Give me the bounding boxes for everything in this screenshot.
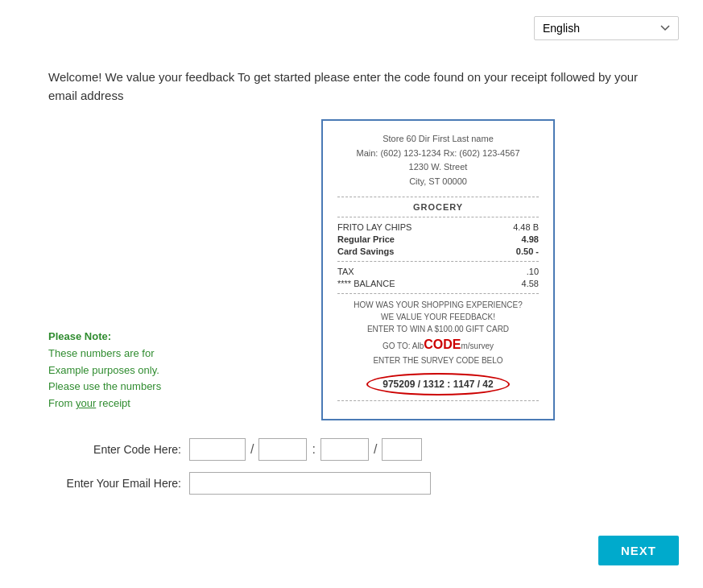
separator-2: :	[310, 442, 316, 457]
receipt-card-savings: 0.50 -	[516, 246, 539, 256]
language-select[interactable]: English Spanish French	[534, 16, 679, 40]
code-form-row: Enter Code Here: / : /	[48, 438, 679, 461]
form-area: Enter Code Here: / : / Enter Your Email …	[48, 438, 679, 495]
code-inputs: / : /	[189, 438, 422, 461]
receipt-regular-price-label: Regular Price	[337, 234, 395, 244]
receipt-survey-line3: ENTER TO WIN A $100.00 GIFT CARD	[337, 323, 539, 335]
receipt: Store 60 Dir First Last name Main: (602)…	[321, 119, 555, 420]
receipt-code-highlight: CODE	[424, 337, 461, 351]
separator-1: /	[249, 442, 255, 457]
language-selector-wrapper: English Spanish French	[534, 16, 679, 40]
next-button[interactable]: NEXT	[598, 536, 679, 565]
receipt-store-name: Store 60 Dir First Last name	[337, 132, 539, 147]
receipt-divider-5	[337, 400, 539, 401]
email-form-row: Enter Your Email Here:	[48, 472, 679, 495]
receipt-survey-line1: HOW WAS YOUR SHOPPING EXPERIENCE?	[337, 299, 539, 311]
receipt-balance-row: **** BALANCE 4.58	[337, 279, 539, 288]
receipt-phone: Main: (602) 123-1234 Rx: (602) 123-4567	[337, 147, 539, 161]
page-wrapper: English Spanish French Welcome! We value…	[0, 0, 703, 588]
email-input[interactable]	[189, 472, 431, 495]
receipt-survey-text: HOW WAS YOUR SHOPPING EXPERIENCE? WE VAL…	[337, 299, 539, 366]
note-line4-suffix: receipt	[96, 397, 130, 409]
note-line4: From your receipt	[48, 395, 197, 412]
code-input-2[interactable]	[258, 438, 307, 461]
receipt-survey-line4-prefix: GO TO: Alb	[383, 342, 424, 350]
receipt-survey-line2: WE VALUE YOUR FEEDBACK!	[337, 311, 539, 323]
note-title: Please Note:	[48, 329, 197, 346]
note-line2: Example purposes only.	[48, 362, 197, 379]
note-line1: These numbers are for	[48, 346, 197, 362]
welcome-text: Welcome! We value your feedback To get s…	[48, 68, 652, 105]
receipt-survey-line4: GO TO: AlbCODEm/survey	[337, 335, 539, 354]
receipt-item-row: FRITO LAY CHIPS 4.48 B	[337, 222, 539, 232]
receipt-survey-line4-suffix: m/survey	[461, 342, 494, 350]
receipt-regular-price-row: Regular Price 4.98	[337, 234, 539, 244]
receipt-address: 1230 W. Street	[337, 160, 539, 175]
note-box: Please Note: These numbers are for Examp…	[48, 119, 197, 412]
receipt-item-name: FRITO LAY CHIPS	[337, 222, 411, 232]
receipt-item-price: 4.48 B	[513, 222, 539, 232]
receipt-divider-3	[337, 261, 539, 262]
receipt-regular-price: 4.98	[522, 234, 539, 244]
code-input-1[interactable]	[189, 438, 246, 461]
receipt-city: City, ST 00000	[337, 175, 539, 189]
receipt-divider-4	[337, 293, 539, 294]
receipt-tax-value: .10	[527, 267, 539, 276]
code-input-4[interactable]	[382, 438, 422, 461]
note-line4-link: your	[76, 397, 96, 409]
receipt-code-section: 975209 / 1312 : 1147 / 42	[337, 370, 539, 395]
receipt-survey-instruction: ENTER THE SURVEY CODE BELO	[337, 354, 539, 366]
note-line4-prefix: From	[48, 397, 76, 409]
receipt-balance-label: **** BALANCE	[337, 279, 395, 288]
receipt-section-title: GROCERY	[337, 202, 539, 212]
receipt-card-savings-label: Card Savings	[337, 246, 394, 256]
note-line3: Please use the numbers	[48, 379, 197, 395]
receipt-balance-value: 4.58	[522, 279, 539, 288]
receipt-tax-label: TAX	[337, 267, 354, 276]
code-label: Enter Code Here:	[48, 443, 189, 456]
content-area: Please Note: These numbers are for Examp…	[48, 119, 679, 420]
separator-3: /	[372, 442, 378, 457]
receipt-header: Store 60 Dir First Last name Main: (602)…	[337, 132, 539, 188]
receipt-card-savings-row: Card Savings 0.50 -	[337, 246, 539, 256]
receipt-divider-1	[337, 197, 539, 197]
code-input-3[interactable]	[320, 438, 369, 461]
receipt-tax-row: TAX .10	[337, 267, 539, 276]
receipt-wrapper: Store 60 Dir First Last name Main: (602)…	[197, 119, 679, 420]
email-label: Enter Your Email Here:	[48, 477, 189, 490]
receipt-code-circle: 975209 / 1312 : 1147 / 42	[366, 373, 509, 395]
receipt-divider-2	[337, 217, 539, 217]
